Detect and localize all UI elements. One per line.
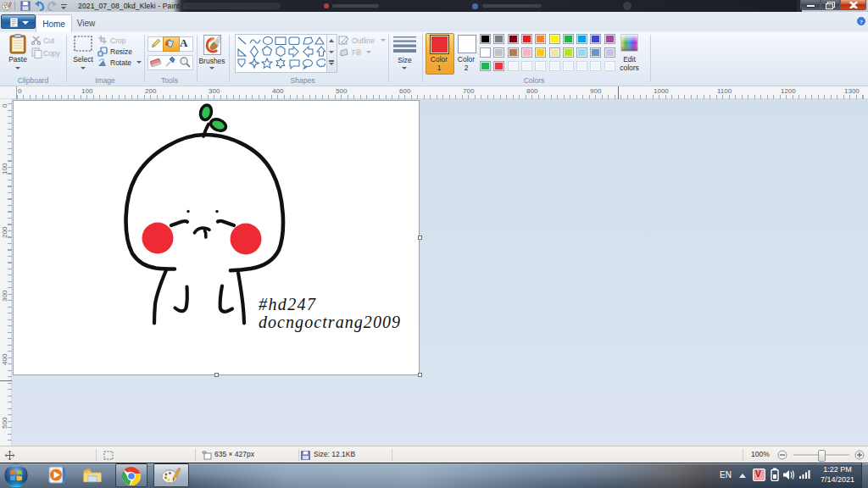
svg-text:#hd247: #hd247 [259, 295, 316, 313]
svg-text:docngoctrang2009: docngoctrang2009 [259, 313, 400, 332]
svg-text:?: ? [860, 19, 863, 25]
